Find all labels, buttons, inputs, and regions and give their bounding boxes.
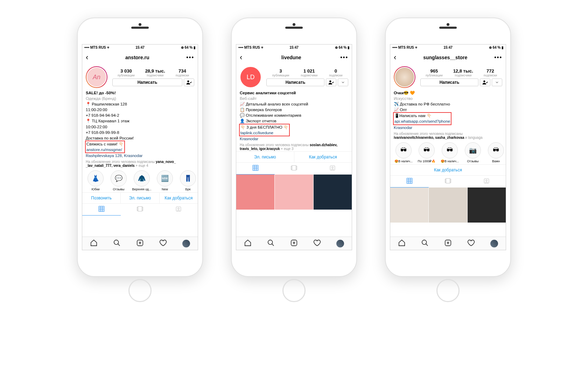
tab-grid[interactable] [236,163,275,175]
add-post-icon[interactable] [136,239,144,248]
phone-mockup-2: •••• MTS RUS ᯤ 15:47 ⊕ 64 % ▮ ‹ livedune… [231,18,357,277]
follow-status-button[interactable] [326,79,336,86]
follow-status-button[interactable] [184,79,194,86]
phone-mockup-1: •••• MTS RUS ᯤ 15:47 ⊕ 64 % ▮ ‹ anstore.… [77,18,203,277]
highlight-item[interactable]: 💬Отзывы [109,170,128,191]
bio-category: Веб-сайт [240,96,348,101]
message-button[interactable]: Написать [266,79,324,86]
post-thumbnail[interactable] [275,175,313,210]
activity-icon[interactable] [159,239,167,248]
svg-rect-1 [99,206,104,212]
cta-text: 👇🏻 3 дня БЕСПЛАТНО 👇🏻 [240,124,288,130]
stat-followers[interactable]: 12,8 тыс.подписчики [453,68,473,77]
tab-tagged[interactable] [467,176,506,188]
message-button[interactable]: Написать [112,79,182,86]
profile-icon[interactable] [490,240,498,247]
tab-grid[interactable] [390,176,429,188]
more-icon[interactable]: ••• [340,54,348,61]
phone-camera [293,23,295,26]
search-icon[interactable] [267,239,275,248]
highlight-item[interactable]: 🆕New [155,170,175,191]
username-title: anstore.ru [125,55,149,60]
more-icon[interactable]: ••• [186,54,194,61]
highlight-item[interactable]: 🕶Важн [486,142,506,163]
tab-feed[interactable] [429,176,467,188]
bio-line: 10:00-22:00 [86,124,194,130]
post-thumbnail[interactable] [314,175,352,210]
search-icon[interactable] [113,239,121,248]
add-post-icon[interactable] [290,239,298,248]
action-directions[interactable]: Как добраться [160,193,198,203]
profile-icon[interactable] [182,240,190,247]
tab-tagged[interactable] [159,204,198,216]
tab-feed[interactable] [275,163,313,175]
bio-location[interactable]: Krasnodar [240,136,348,142]
profile-icon[interactable] [336,240,344,247]
tab-grid[interactable] [82,204,121,216]
stat-posts[interactable]: 3 030публикации [118,68,135,77]
action-email[interactable]: Эл. письмо [121,193,159,203]
stat-following[interactable]: 0подписки [329,68,342,77]
phone-speaker [131,27,149,29]
bio-link[interactable]: taplink.cc/livedune [240,130,288,136]
highlight-item[interactable]: 🕶😍В налич... [440,142,460,163]
follow-status-button[interactable] [480,79,490,86]
bio-location[interactable]: Krasnodar [394,125,502,130]
cta-text: Свяжись с нами! 👇🏻 [86,141,124,147]
more-icon[interactable]: ••• [494,54,502,61]
post-thumbnail[interactable] [429,188,467,223]
tab-feed[interactable] [121,204,159,216]
back-icon[interactable]: ‹ [86,53,88,62]
bio-location[interactable]: Rashpilevskaya 128, Krasnodar [86,153,194,158]
avatar[interactable]: LD [240,66,261,88]
search-icon[interactable] [421,239,429,248]
action-directions[interactable]: Как добраться [294,152,352,162]
back-icon[interactable]: ‹ [394,53,396,62]
highlight-item[interactable]: 👖Брк [178,170,198,191]
bio-line: 11:00-20:00 [86,107,194,113]
highlight-item[interactable]: 🕶😍В налич... [394,142,413,163]
highlight-item[interactable]: 🕶По 1000₽🔥 [417,142,436,163]
home-icon[interactable] [244,239,252,248]
back-icon[interactable]: ‹ [240,53,242,62]
action-email[interactable]: Эл. письмо [236,152,294,162]
svg-rect-7 [137,207,138,211]
stat-followers[interactable]: 1 021подписчики [301,68,317,77]
stat-following[interactable]: 772подписки [484,68,497,77]
followed-by[interactable]: На обновления этого человека подписаны i… [390,131,506,140]
message-button[interactable]: Написать [420,79,478,86]
bio-link[interactable]: anstore.ru/mssgme/ [86,147,124,152]
stat-following[interactable]: 734подписки [176,68,189,77]
highlight-item[interactable]: 📷Отзывы [463,142,483,163]
post-thumbnail[interactable] [468,188,506,223]
avatar[interactable]: An [86,66,107,88]
profile-header: ‹ sunglasses__store ••• [390,51,506,65]
action-directions[interactable]: Как добраться [390,165,506,175]
post-thumbnail[interactable] [390,188,428,223]
stat-followers[interactable]: 28,9 тыс.подписчики [145,68,165,77]
add-post-icon[interactable] [444,239,452,248]
suggested-toggle[interactable] [492,79,502,86]
tab-tagged[interactable] [313,163,352,175]
profile-header: ‹ livedune ••• [236,51,352,65]
phone-camera [447,23,449,26]
activity-icon[interactable] [467,239,475,248]
highlight-item[interactable]: 🧥Верхняя од... [132,170,152,191]
time: 15:47 [390,46,506,49]
avatar[interactable] [394,66,415,88]
bio-line: Доставка по всей России! [86,135,194,141]
followed-by[interactable]: На обновления этого человека подписаны s… [236,142,352,151]
stat-posts[interactable]: 965публикации [426,68,443,77]
bio-link[interactable]: api.whatsapp.com/send?phone [394,118,450,124]
bio-line: +7 918-94-94-94-2 [86,113,194,118]
suggested-toggle[interactable] [338,79,348,86]
activity-icon[interactable] [313,239,321,248]
home-icon[interactable] [90,239,98,248]
highlight-item[interactable]: 👗Юбки [86,170,105,191]
action-call[interactable]: Позвонить [82,193,121,203]
home-icon[interactable] [398,239,406,248]
followed-by[interactable]: На обновления этого человека подписаны y… [82,159,198,168]
highlighted-cta: Свяжись с нами! 👇🏻 anstore.ru/mssgme/ [85,141,125,153]
stat-posts[interactable]: 3публикации [272,68,289,77]
post-thumbnail[interactable] [236,175,274,210]
